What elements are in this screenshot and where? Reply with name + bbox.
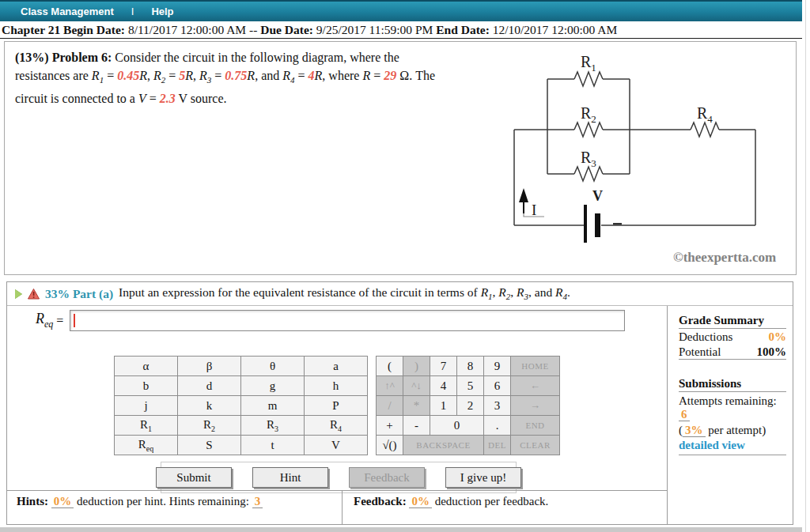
problem-statement-box: (13%) Problem 6: Consider the circuit in…: [4, 41, 797, 275]
key-digit-2[interactable]: 2: [457, 396, 484, 416]
key-b[interactable]: b: [115, 376, 178, 396]
key-k[interactable]: k: [178, 396, 241, 416]
begin-date-value: 8/11/2017 12:00:00 AM --: [125, 23, 260, 36]
action-buttons: Submit Hint Feedback I give up!: [161, 462, 517, 493]
key-digit-4[interactable]: 4: [430, 376, 457, 396]
key-theta[interactable]: θ: [241, 357, 305, 376]
per-attempt-deduction: (3% per attempt): [679, 424, 786, 437]
text-cursor: [74, 314, 75, 327]
part-a-label: 33% Part (a): [45, 287, 113, 301]
key-req[interactable]: Req: [115, 436, 178, 455]
r3-value: 0.75: [225, 69, 247, 82]
key-j[interactable]: j: [115, 396, 178, 416]
due-date-value: 9/25/2017 11:59:00 PM: [313, 23, 436, 36]
key-r2[interactable]: R2: [178, 416, 241, 436]
expand-part-icon[interactable]: [15, 289, 22, 299]
key-paren-close: ): [403, 357, 430, 376]
key-digit-8[interactable]: 8: [457, 357, 484, 376]
key-t[interactable]: t: [241, 436, 305, 455]
deductions-row: Deductions 0%: [679, 330, 786, 344]
label-r1: R1: [581, 53, 596, 74]
key-decimal[interactable]: .: [484, 416, 511, 436]
virtual-keyboard: αβθabdghjkmPR1R2R3R4ReqStV ()789HOME↑^^↓…: [7, 356, 667, 455]
resistor-r2: [574, 123, 603, 137]
key-digit-6[interactable]: 6: [484, 376, 511, 396]
key-digit-0[interactable]: 0: [430, 416, 484, 436]
end-date-value: 12/10/2017 12:00:00 AM: [490, 23, 617, 36]
help-menu[interactable]: Help: [151, 6, 173, 17]
label-v: V: [592, 188, 603, 204]
r1-value: 0.45: [117, 69, 139, 82]
key-v[interactable]: V: [305, 436, 368, 455]
submit-button[interactable]: Submit: [156, 467, 232, 488]
part-a-section: 33% Part (a) Input an expression for the…: [6, 281, 793, 525]
attempts-remaining-count: 6: [679, 408, 690, 421]
key-backspace: BACKSPACE: [403, 436, 484, 455]
req-label: Req: [36, 311, 53, 330]
key-s[interactable]: S: [178, 436, 241, 455]
attempts-remaining: Attempts remaining: 6: [679, 394, 786, 421]
key-paren-open[interactable]: (: [377, 357, 403, 376]
key-sqrt[interactable]: √(): [377, 436, 403, 455]
hint-button[interactable]: Hint: [252, 467, 328, 488]
per-attempt-pct: 3%: [683, 424, 706, 437]
grade-summary-panel: Grade Summary Deductions 0% Potential 10…: [667, 306, 793, 524]
top-menu-bar: Class Management I Help: [0, 0, 802, 21]
key-a[interactable]: a: [305, 357, 368, 376]
feedback-button: Feedback: [349, 467, 425, 488]
part-a-prompt: Input an expression for the equivalent r…: [119, 285, 570, 301]
deductions-value: 0%: [769, 330, 787, 344]
key-r3[interactable]: R3: [241, 416, 305, 436]
key-arrow-right: →: [511, 396, 560, 416]
hints-strip: Hints: 0% deduction per hint. Hints rema…: [7, 490, 667, 524]
resistor-r4: [691, 123, 719, 137]
warning-icon: [28, 289, 40, 300]
key-multiply: *: [403, 396, 430, 416]
equals-sign: =: [56, 314, 63, 328]
expression-input[interactable]: [70, 310, 625, 331]
key-arrow-left: ←: [511, 376, 560, 396]
potential-value: 100%: [757, 345, 787, 359]
key-digit-7[interactable]: 7: [430, 357, 457, 376]
give-up-button[interactable]: I give up!: [445, 467, 521, 488]
key-delete: DEL: [484, 436, 511, 455]
due-date-label: Due Date:: [260, 23, 313, 36]
key-beta[interactable]: β: [178, 357, 241, 376]
resistor-r1: [574, 72, 603, 86]
battery-symbol: [584, 205, 622, 243]
key-p[interactable]: P: [305, 396, 368, 416]
key-digit-3[interactable]: 3: [484, 396, 511, 416]
key-plus[interactable]: +: [377, 416, 403, 436]
key-g[interactable]: g: [241, 376, 305, 396]
r4-value: 4: [308, 69, 315, 82]
chapter-dates-line: Chapter 21 Begin Date: 8/11/2017 12:00:0…: [0, 23, 802, 39]
key-digit-9[interactable]: 9: [484, 357, 511, 376]
key-digit-1[interactable]: 1: [430, 396, 457, 416]
feedback-deduction-pct: 0%: [409, 495, 432, 508]
submissions-title: Submissions: [679, 377, 786, 392]
grade-summary-title: Grade Summary: [679, 314, 786, 329]
key-exponent-down: ^↓: [403, 376, 430, 396]
hints-info: Hints: 0% deduction per hint. Hints rema…: [7, 491, 342, 524]
class-management-menu[interactable]: Class Management: [21, 6, 114, 17]
menu-divider: I: [131, 6, 134, 17]
problem-number: (13%) Problem 6:: [15, 51, 112, 64]
detailed-view-link[interactable]: detailed view: [679, 439, 786, 455]
key-r4[interactable]: R4: [305, 416, 368, 436]
key-h[interactable]: h: [305, 376, 368, 396]
key-r1[interactable]: R1: [115, 416, 178, 436]
key-alpha[interactable]: α: [115, 357, 178, 376]
feedback-info: Feedback: 0% deduction per feedback.: [342, 491, 667, 524]
copyright-watermark: ©theexpertta.com: [673, 250, 776, 266]
key-end: END: [511, 416, 560, 436]
page-right-edge: [805, 0, 806, 532]
key-exponent-up: ↑^: [377, 376, 403, 396]
circuit-diagram: R1 R2 R3 R4 V I: [507, 47, 776, 249]
key-d[interactable]: d: [178, 376, 241, 396]
bottom-scrollbar[interactable]: [0, 527, 802, 532]
key-m[interactable]: m: [241, 396, 305, 416]
end-date-label: End Date:: [436, 23, 490, 36]
key-digit-5[interactable]: 5: [457, 376, 484, 396]
key-clear: CLEAR: [511, 436, 560, 455]
key-minus[interactable]: -: [403, 416, 430, 436]
